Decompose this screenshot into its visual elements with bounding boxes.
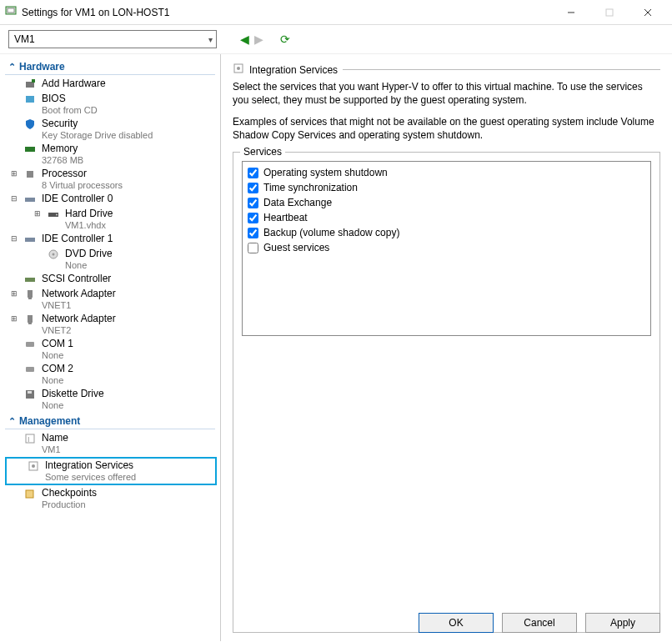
svg-rect-10 xyxy=(27,171,33,178)
minimize-button[interactable] xyxy=(552,0,590,25)
titlebar: Settings for VM1 on LON-HOST1 xyxy=(0,0,672,25)
integration-services-icon xyxy=(233,63,244,77)
collapse-icon[interactable]: ⊟ xyxy=(10,193,18,203)
expand-icon[interactable]: ⊞ xyxy=(33,208,42,218)
service-checkbox-row[interactable]: Operating system shutdown xyxy=(248,165,645,180)
service-checkbox-row[interactable]: Guest services xyxy=(248,240,645,255)
settings-tree[interactable]: ⌃ Hardware Add Hardware BIOS Boot from C… xyxy=(0,54,221,641)
svg-rect-19 xyxy=(28,298,32,299)
tree-checkpoints[interactable]: Checkpoints Production xyxy=(2,486,220,511)
panel-title-row: Integration Services xyxy=(233,63,660,77)
svg-point-29 xyxy=(32,464,35,468)
service-label: Backup (volume shadow copy) xyxy=(263,225,399,240)
network-icon xyxy=(23,288,37,301)
svg-point-32 xyxy=(237,67,240,70)
collapse-icon: ⌃ xyxy=(8,62,16,73)
svg-rect-25 xyxy=(28,391,32,394)
collapse-icon[interactable]: ⊟ xyxy=(10,233,18,243)
svg-point-13 xyxy=(56,214,58,216)
tree-scsi[interactable]: SCSI Controller xyxy=(2,272,220,287)
shield-icon xyxy=(23,118,37,131)
service-checkbox[interactable] xyxy=(248,213,258,223)
maximize-button[interactable] xyxy=(590,0,629,25)
svg-rect-17 xyxy=(25,278,35,282)
svg-rect-9 xyxy=(25,147,35,152)
svg-rect-20 xyxy=(28,315,33,323)
content-panel: Integration Services Select the services… xyxy=(221,54,672,641)
service-label: Time synchronization xyxy=(263,180,358,195)
hard-drive-icon xyxy=(47,208,60,221)
expand-icon[interactable]: ⊞ xyxy=(10,288,18,298)
tree-network-adapter-2[interactable]: ⊞ Network Adapter VNET2 xyxy=(2,312,220,337)
add-hardware-icon xyxy=(23,78,37,91)
expand-icon[interactable]: ⊞ xyxy=(10,168,18,178)
tree-security[interactable]: Security Key Storage Drive disabled xyxy=(2,117,220,142)
services-list: Operating system shutdownTime synchroniz… xyxy=(242,161,651,336)
tree-processor[interactable]: ⊞ Processor 8 Virtual processors xyxy=(2,167,220,192)
tree-add-hardware[interactable]: Add Hardware xyxy=(2,77,220,92)
svg-text:I: I xyxy=(28,435,30,444)
tree-ide0[interactable]: ⊟ IDE Controller 0 xyxy=(2,192,220,207)
service-checkbox[interactable] xyxy=(248,168,258,178)
tree-com2[interactable]: COM 2 None xyxy=(2,362,220,387)
floppy-icon xyxy=(23,388,37,401)
cancel-button[interactable]: Cancel xyxy=(502,613,577,633)
dialog-buttons: OK Cancel Apply xyxy=(419,613,660,633)
tree-diskette[interactable]: Diskette Drive None xyxy=(2,387,220,412)
service-checkbox[interactable] xyxy=(248,198,258,208)
tree-dvd-drive[interactable]: DVD Drive None xyxy=(2,247,220,272)
svg-rect-11 xyxy=(25,198,35,202)
tree-bios[interactable]: BIOS Boot from CD xyxy=(2,92,220,117)
tree-com1[interactable]: COM 1 None xyxy=(2,337,220,362)
svg-rect-6 xyxy=(26,82,34,88)
management-section-header[interactable]: ⌃ Management xyxy=(5,414,215,429)
service-checkbox-row[interactable]: Data Exchange xyxy=(248,195,645,210)
dvd-icon xyxy=(47,248,60,261)
service-label: Guest services xyxy=(263,240,329,255)
tree-integration-services[interactable]: Integration Services Some services offer… xyxy=(5,457,217,485)
service-checkbox[interactable] xyxy=(248,228,258,238)
scsi-icon xyxy=(23,273,37,286)
svg-rect-23 xyxy=(26,367,34,372)
svg-rect-7 xyxy=(32,79,35,83)
tree-hard-drive[interactable]: ⊞ Hard Drive VM1.vhdx xyxy=(2,207,220,232)
nav-next-button[interactable]: ▶ xyxy=(254,33,263,46)
hardware-section-header[interactable]: ⌃ Hardware xyxy=(5,59,215,75)
service-checkbox[interactable] xyxy=(248,183,258,193)
service-label: Data Exchange xyxy=(263,195,332,210)
name-icon: I xyxy=(23,432,37,445)
svg-rect-30 xyxy=(26,490,33,498)
service-checkbox[interactable] xyxy=(248,243,258,253)
apply-button[interactable]: Apply xyxy=(585,613,660,633)
panel-title: Integration Services xyxy=(249,64,338,76)
chip-icon xyxy=(23,93,37,106)
tree-network-adapter-1[interactable]: ⊞ Network Adapter VNET1 xyxy=(2,287,220,312)
close-button[interactable] xyxy=(629,0,667,25)
nav-prev-button[interactable]: ◀ xyxy=(240,33,249,46)
svg-rect-21 xyxy=(28,323,32,324)
expand-icon[interactable]: ⊞ xyxy=(10,313,18,323)
title-rule xyxy=(343,69,660,70)
vm-select-dropdown[interactable]: VM1 ▾ xyxy=(8,30,217,48)
vm-select-value: VM1 xyxy=(14,33,35,45)
chevron-down-icon: ▾ xyxy=(208,35,213,44)
tree-memory[interactable]: Memory 32768 MB xyxy=(2,142,220,167)
service-checkbox-row[interactable]: Heartbeat xyxy=(248,210,645,225)
panel-description-1: Select the services that you want Hyper-… xyxy=(233,80,660,107)
svg-rect-14 xyxy=(25,238,35,242)
serial-port-icon xyxy=(23,338,37,351)
tree-name[interactable]: I Name VM1 xyxy=(2,431,220,456)
service-checkbox-row[interactable]: Time synchronization xyxy=(248,180,645,195)
service-label: Heartbeat xyxy=(263,210,308,225)
reload-button[interactable]: ⟳ xyxy=(280,33,290,46)
serial-port-icon xyxy=(23,363,37,376)
ok-button[interactable]: OK xyxy=(419,613,494,633)
toolbar: VM1 ▾ ◀ ▶ ⟳ xyxy=(0,25,672,54)
integration-services-icon xyxy=(27,459,40,473)
services-fieldset: Services Operating system shutdownTime s… xyxy=(233,152,660,633)
tree-ide1[interactable]: ⊟ IDE Controller 1 xyxy=(2,232,220,247)
hardware-section-label: Hardware xyxy=(19,61,65,73)
window-title: Settings for VM1 on LON-HOST1 xyxy=(22,7,552,18)
service-checkbox-row[interactable]: Backup (volume shadow copy) xyxy=(248,225,645,240)
memory-icon xyxy=(23,143,37,156)
